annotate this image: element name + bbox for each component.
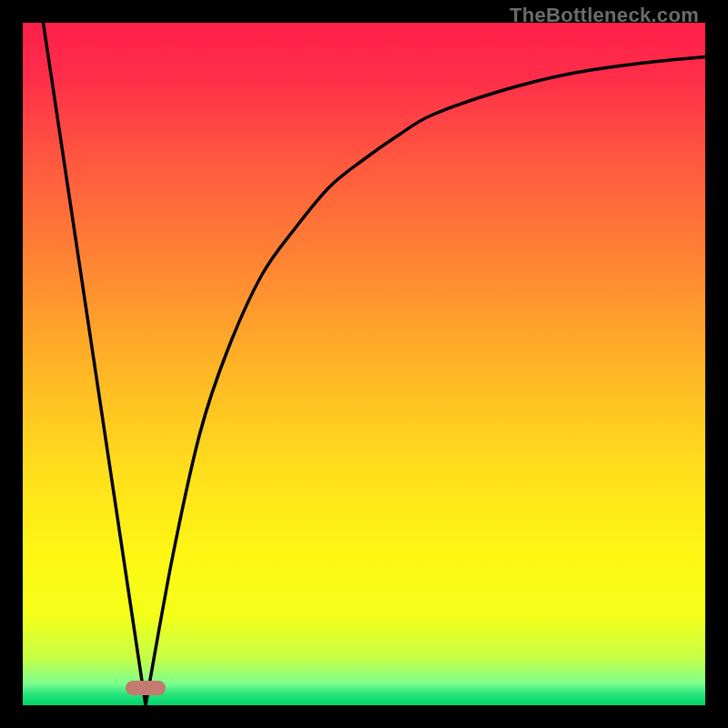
optimum-marker [126,681,166,695]
curve-layer [23,23,705,705]
plot-area [23,23,705,705]
watermark-text: TheBottleneck.com [510,4,699,27]
chart-frame: TheBottleneck.com [0,0,728,728]
bottleneck-curve [44,23,706,705]
